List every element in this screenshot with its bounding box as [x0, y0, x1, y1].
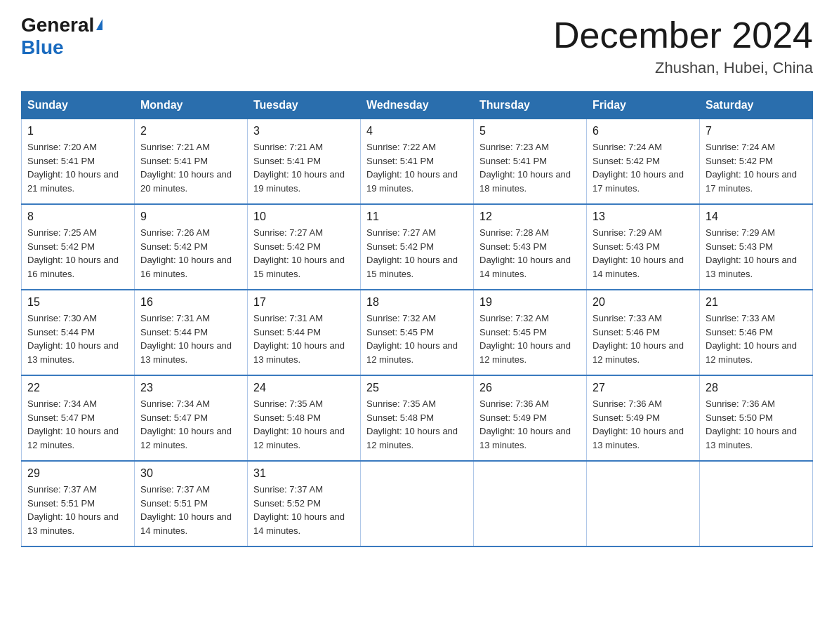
- day-number: 3: [253, 125, 355, 137]
- header-tuesday: Tuesday: [248, 92, 361, 119]
- day-number: 13: [593, 210, 694, 223]
- calendar-week-row: 22 Sunrise: 7:34 AM Sunset: 5:47 PM Dayl…: [22, 375, 813, 461]
- calendar-cell: 13 Sunrise: 7:29 AM Sunset: 5:43 PM Dayl…: [587, 204, 700, 290]
- calendar-cell: 1 Sunrise: 7:20 AM Sunset: 5:41 PM Dayli…: [22, 119, 135, 205]
- day-number: 22: [27, 382, 128, 394]
- day-info: Sunrise: 7:27 AM Sunset: 5:42 PM Dayligh…: [253, 226, 355, 281]
- calendar-week-row: 8 Sunrise: 7:25 AM Sunset: 5:42 PM Dayli…: [22, 204, 813, 290]
- day-info: Sunrise: 7:32 AM Sunset: 5:45 PM Dayligh…: [479, 311, 581, 366]
- calendar-cell: 26 Sunrise: 7:36 AM Sunset: 5:49 PM Dayl…: [474, 375, 587, 461]
- day-info: Sunrise: 7:27 AM Sunset: 5:42 PM Dayligh…: [366, 226, 468, 281]
- day-number: 25: [366, 382, 468, 394]
- logo: General Blue: [21, 14, 102, 59]
- calendar-cell: 16 Sunrise: 7:31 AM Sunset: 5:44 PM Dayl…: [135, 290, 248, 375]
- day-info: Sunrise: 7:34 AM Sunset: 5:47 PM Dayligh…: [140, 397, 241, 452]
- day-number: 1: [27, 125, 128, 137]
- calendar-title: December 2024: [553, 14, 813, 56]
- day-number: 17: [253, 296, 355, 309]
- day-info: Sunrise: 7:34 AM Sunset: 5:47 PM Dayligh…: [27, 397, 128, 452]
- day-number: 12: [479, 210, 581, 223]
- day-number: 29: [27, 467, 128, 480]
- day-number: 11: [366, 210, 468, 223]
- calendar-cell: 25 Sunrise: 7:35 AM Sunset: 5:48 PM Dayl…: [361, 375, 474, 461]
- day-info: Sunrise: 7:30 AM Sunset: 5:44 PM Dayligh…: [27, 311, 128, 366]
- calendar-cell: 22 Sunrise: 7:34 AM Sunset: 5:47 PM Dayl…: [22, 375, 135, 461]
- day-number: 18: [366, 296, 468, 309]
- calendar-cell: 31 Sunrise: 7:37 AM Sunset: 5:52 PM Dayl…: [248, 461, 361, 546]
- day-number: 21: [706, 296, 807, 309]
- calendar-cell: [474, 461, 587, 546]
- calendar-week-row: 15 Sunrise: 7:30 AM Sunset: 5:44 PM Dayl…: [22, 290, 813, 375]
- calendar-cell: [700, 461, 813, 546]
- calendar-cell: 9 Sunrise: 7:26 AM Sunset: 5:42 PM Dayli…: [135, 204, 248, 290]
- day-number: 14: [706, 210, 807, 223]
- calendar-cell: 23 Sunrise: 7:34 AM Sunset: 5:47 PM Dayl…: [135, 375, 248, 461]
- day-number: 31: [253, 467, 355, 480]
- calendar-subtitle: Zhushan, Hubei, China: [553, 59, 813, 77]
- calendar-table: Sunday Monday Tuesday Wednesday Thursday…: [21, 91, 813, 547]
- day-number: 9: [140, 210, 241, 223]
- day-info: Sunrise: 7:35 AM Sunset: 5:48 PM Dayligh…: [366, 397, 468, 452]
- day-number: 15: [27, 296, 128, 309]
- calendar-cell: 30 Sunrise: 7:37 AM Sunset: 5:51 PM Dayl…: [135, 461, 248, 546]
- calendar-body: 1 Sunrise: 7:20 AM Sunset: 5:41 PM Dayli…: [22, 119, 813, 547]
- header-wednesday: Wednesday: [361, 92, 474, 119]
- calendar-cell: [587, 461, 700, 546]
- day-number: 24: [253, 382, 355, 394]
- header-sunday: Sunday: [22, 92, 135, 119]
- calendar-cell: 3 Sunrise: 7:21 AM Sunset: 5:41 PM Dayli…: [248, 119, 361, 205]
- calendar-cell: 29 Sunrise: 7:37 AM Sunset: 5:51 PM Dayl…: [22, 461, 135, 546]
- calendar-cell: [361, 461, 474, 546]
- day-info: Sunrise: 7:36 AM Sunset: 5:49 PM Dayligh…: [479, 397, 581, 452]
- day-info: Sunrise: 7:26 AM Sunset: 5:42 PM Dayligh…: [140, 226, 241, 281]
- day-number: 7: [706, 125, 807, 137]
- day-number: 30: [140, 467, 241, 480]
- calendar-cell: 14 Sunrise: 7:29 AM Sunset: 5:43 PM Dayl…: [700, 204, 813, 290]
- day-number: 19: [479, 296, 581, 309]
- day-info: Sunrise: 7:21 AM Sunset: 5:41 PM Dayligh…: [140, 140, 241, 195]
- logo-triangle-icon: [96, 19, 102, 30]
- day-number: 20: [593, 296, 694, 309]
- calendar-header: Sunday Monday Tuesday Wednesday Thursday…: [22, 92, 813, 119]
- day-info: Sunrise: 7:29 AM Sunset: 5:43 PM Dayligh…: [593, 226, 694, 281]
- day-info: Sunrise: 7:22 AM Sunset: 5:41 PM Dayligh…: [366, 140, 468, 195]
- header-friday: Friday: [587, 92, 700, 119]
- calendar-cell: 12 Sunrise: 7:28 AM Sunset: 5:43 PM Dayl…: [474, 204, 587, 290]
- title-section: December 2024 Zhushan, Hubei, China: [553, 14, 813, 77]
- calendar-cell: 2 Sunrise: 7:21 AM Sunset: 5:41 PM Dayli…: [135, 119, 248, 205]
- calendar-cell: 28 Sunrise: 7:36 AM Sunset: 5:50 PM Dayl…: [700, 375, 813, 461]
- day-number: 23: [140, 382, 241, 394]
- day-info: Sunrise: 7:20 AM Sunset: 5:41 PM Dayligh…: [27, 140, 128, 195]
- calendar-cell: 4 Sunrise: 7:22 AM Sunset: 5:41 PM Dayli…: [361, 119, 474, 205]
- day-info: Sunrise: 7:35 AM Sunset: 5:48 PM Dayligh…: [253, 397, 355, 452]
- day-info: Sunrise: 7:36 AM Sunset: 5:49 PM Dayligh…: [593, 397, 694, 452]
- header-saturday: Saturday: [700, 92, 813, 119]
- calendar-cell: 17 Sunrise: 7:31 AM Sunset: 5:44 PM Dayl…: [248, 290, 361, 375]
- calendar-cell: 27 Sunrise: 7:36 AM Sunset: 5:49 PM Dayl…: [587, 375, 700, 461]
- calendar-week-row: 29 Sunrise: 7:37 AM Sunset: 5:51 PM Dayl…: [22, 461, 813, 546]
- calendar-cell: 21 Sunrise: 7:33 AM Sunset: 5:46 PM Dayl…: [700, 290, 813, 375]
- day-info: Sunrise: 7:33 AM Sunset: 5:46 PM Dayligh…: [706, 311, 807, 366]
- header-thursday: Thursday: [474, 92, 587, 119]
- day-info: Sunrise: 7:36 AM Sunset: 5:50 PM Dayligh…: [706, 397, 807, 452]
- header-monday: Monday: [135, 92, 248, 119]
- calendar-cell: 5 Sunrise: 7:23 AM Sunset: 5:41 PM Dayli…: [474, 119, 587, 205]
- logo-blue-text: Blue: [21, 36, 64, 59]
- calendar-cell: 7 Sunrise: 7:24 AM Sunset: 5:42 PM Dayli…: [700, 119, 813, 205]
- calendar-cell: 19 Sunrise: 7:32 AM Sunset: 5:45 PM Dayl…: [474, 290, 587, 375]
- day-info: Sunrise: 7:24 AM Sunset: 5:42 PM Dayligh…: [593, 140, 694, 195]
- calendar-week-row: 1 Sunrise: 7:20 AM Sunset: 5:41 PM Dayli…: [22, 119, 813, 205]
- calendar-cell: 11 Sunrise: 7:27 AM Sunset: 5:42 PM Dayl…: [361, 204, 474, 290]
- day-info: Sunrise: 7:28 AM Sunset: 5:43 PM Dayligh…: [479, 226, 581, 281]
- day-info: Sunrise: 7:23 AM Sunset: 5:41 PM Dayligh…: [479, 140, 581, 195]
- day-number: 5: [479, 125, 581, 137]
- day-info: Sunrise: 7:37 AM Sunset: 5:51 PM Dayligh…: [27, 483, 128, 537]
- calendar-cell: 8 Sunrise: 7:25 AM Sunset: 5:42 PM Dayli…: [22, 204, 135, 290]
- day-info: Sunrise: 7:32 AM Sunset: 5:45 PM Dayligh…: [366, 311, 468, 366]
- day-number: 26: [479, 382, 581, 394]
- day-info: Sunrise: 7:31 AM Sunset: 5:44 PM Dayligh…: [253, 311, 355, 366]
- day-number: 27: [593, 382, 694, 394]
- day-info: Sunrise: 7:25 AM Sunset: 5:42 PM Dayligh…: [27, 226, 128, 281]
- calendar-cell: 6 Sunrise: 7:24 AM Sunset: 5:42 PM Dayli…: [587, 119, 700, 205]
- day-info: Sunrise: 7:29 AM Sunset: 5:43 PM Dayligh…: [706, 226, 807, 281]
